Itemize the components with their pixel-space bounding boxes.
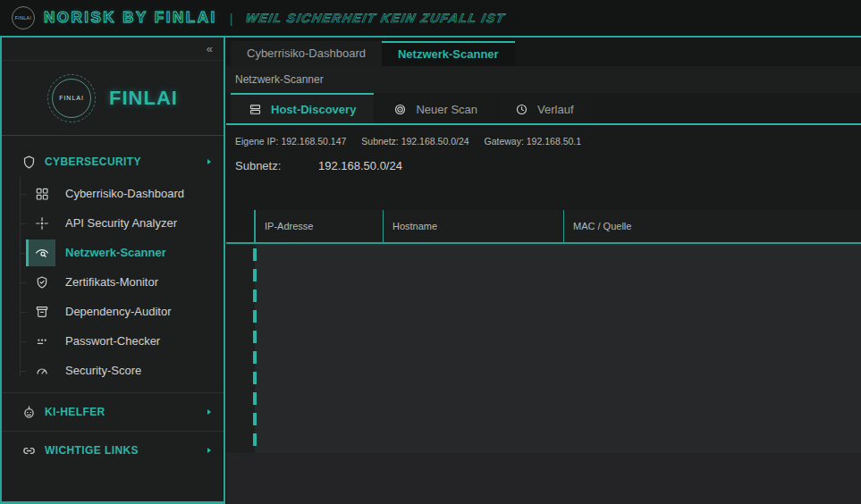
host-table: IP-Adresse Hostname MAC / Quelle	[226, 210, 861, 504]
subtab-neuer-scan[interactable]: Neuer Scan	[376, 93, 495, 123]
server-icon	[249, 103, 262, 116]
gateway-info: Gateway: 192.168.50.1	[485, 136, 582, 147]
sidebar-section-label: CYBERSECURITY	[45, 155, 141, 168]
host-table-header: IP-Adresse Hostname MAC / Quelle	[226, 210, 861, 244]
subtab-host-discovery[interactable]: Host-Discovery	[231, 93, 374, 123]
crosshair-icon	[29, 210, 55, 237]
chevron-right-icon	[207, 159, 211, 164]
clock-icon	[515, 103, 528, 116]
host-table-body	[226, 244, 861, 453]
finlai-logo-text: FINLAI	[15, 15, 32, 21]
sidebar-divider	[2, 392, 224, 393]
sidebar-section-label: WICHTIGE LINKS	[45, 444, 139, 457]
own-ip-info: Eigene IP: 192.168.50.147	[235, 136, 346, 147]
sidebar-divider	[2, 431, 224, 432]
finlai-logo-icon: FINLAI	[12, 6, 35, 29]
column-header-mac: MAC / Quelle	[563, 210, 861, 242]
sidebar-item-netzwerk-scanner[interactable]: Netzwerk-Scanner	[2, 238, 224, 267]
sidebar-menu: CYBERSECURITY Cyberrisiko-Dashboard API …	[2, 136, 224, 466]
table-empty-area	[255, 244, 861, 453]
subtab-label: Host-Discovery	[271, 103, 356, 116]
subtab-label: Verlauf	[537, 103, 573, 116]
sidebar-item-label: API Security Analyzer	[65, 216, 177, 230]
sidebar-section-wichtige-links[interactable]: WICHTIGE LINKS	[2, 435, 224, 466]
subnet-info: Subnetz: 192.168.50.0/24	[361, 136, 468, 147]
sidebar-item-security-score[interactable]: Security-Score	[2, 356, 224, 385]
sidebar-item-label: Passwort-Checker	[65, 334, 160, 348]
network-scan-icon	[29, 239, 55, 266]
sidebar-logo-block: FINLAI FINLAI	[2, 61, 224, 136]
sidebar-item-label: Cyberrisiko-Dashboard	[65, 187, 184, 200]
sidebar-item-api-security-analyzer[interactable]: API Security Analyzer	[2, 208, 224, 238]
finlai-badge-icon: FINLAI	[47, 74, 96, 122]
scanner-subtabs: Host-Discovery Neuer Scan Verlauf	[226, 93, 861, 125]
subtab-verlauf[interactable]: Verlauf	[497, 93, 591, 123]
sidebar: « FINLAI FINLAI CYBERSECURITY	[0, 38, 225, 504]
chevron-right-icon	[207, 409, 211, 415]
app-window: FINLAI NORISK BY FINLAI | WEIL SICHERHEI…	[0, 0, 861, 504]
sidebar-section-ki-helfer[interactable]: KI-HELFER	[2, 397, 224, 427]
sidebar-section-cybersecurity[interactable]: CYBERSECURITY	[2, 147, 224, 177]
robot-icon	[21, 405, 37, 420]
archive-icon	[29, 298, 55, 325]
sidebar-collapse-row: «	[2, 38, 224, 61]
sidebar-item-label: Security-Score	[65, 364, 141, 377]
tab-cyberrisiko-dashboard[interactable]: Cyberrisiko-Dashboard	[231, 41, 382, 66]
page-tabs: Cyberrisiko-Dashboard Netzwerk-Scanner	[226, 38, 861, 66]
tab-netzwerk-scanner[interactable]: Netzwerk-Scanner	[382, 41, 515, 66]
column-header-hostname: Hostname	[383, 210, 563, 242]
sidebar-item-label: Netzwerk-Scanner	[65, 246, 166, 259]
radar-icon	[393, 103, 407, 116]
shield-check-icon	[29, 269, 55, 296]
brand-title: NORISK BY FINLAI	[44, 9, 217, 27]
sidebar-section-label: KI-HELFER	[45, 406, 106, 418]
finlai-badge-ring: FINLAI	[52, 79, 91, 118]
sidebar-item-passwort-checker[interactable]: Passwort-Checker	[2, 326, 224, 356]
sidebar-item-cyberrisiko-dashboard[interactable]: Cyberrisiko-Dashboard	[2, 179, 224, 208]
main-content: Cyberrisiko-Dashboard Netzwerk-Scanner N…	[226, 38, 861, 504]
brand-tagline: WEIL SICHERHEIT KEIN ZUFALL IST	[244, 11, 507, 25]
sidebar-collapse-button[interactable]: «	[207, 43, 213, 55]
sidebar-item-label: Zertifikats-Monitor	[65, 275, 158, 289]
finlai-badge-text: FINLAI	[59, 95, 84, 101]
subtab-label: Neuer Scan	[416, 103, 477, 116]
gauge-icon	[29, 357, 55, 384]
breadcrumb: Netzwerk-Scanner	[235, 73, 324, 86]
subnet-field-label: Subnetz:	[235, 159, 281, 172]
brand-separator: |	[230, 11, 233, 26]
breadcrumb-row: Netzwerk-Scanner	[226, 66, 861, 93]
row-index-column	[226, 244, 255, 453]
shield-icon	[21, 155, 37, 170]
network-info-line: Eigene IP: 192.168.50.147 Subnetz: 192.1…	[226, 125, 861, 147]
top-header-bar: FINLAI NORISK BY FINLAI | WEIL SICHERHEI…	[0, 0, 861, 38]
chevron-right-icon	[207, 448, 211, 453]
finlai-wordmark: FINLAI	[109, 87, 178, 110]
link-icon	[21, 443, 37, 458]
column-header-index	[226, 210, 255, 242]
dashboard-icon	[29, 181, 55, 207]
sidebar-item-dependency-auditor[interactable]: Dependency-Auditor	[2, 297, 224, 326]
password-icon	[29, 328, 55, 355]
sidebar-item-label: Dependency-Auditor	[65, 305, 172, 318]
column-header-ip: IP-Adresse	[255, 210, 383, 242]
subnet-field-row: Subnetz: 192.168.50.0/24	[226, 147, 861, 172]
sidebar-item-zertifikats-monitor[interactable]: Zertifikats-Monitor	[2, 267, 224, 297]
subnet-field-value: 192.168.50.0/24	[318, 159, 402, 172]
sidebar-items: Cyberrisiko-Dashboard API Security Analy…	[2, 177, 224, 389]
